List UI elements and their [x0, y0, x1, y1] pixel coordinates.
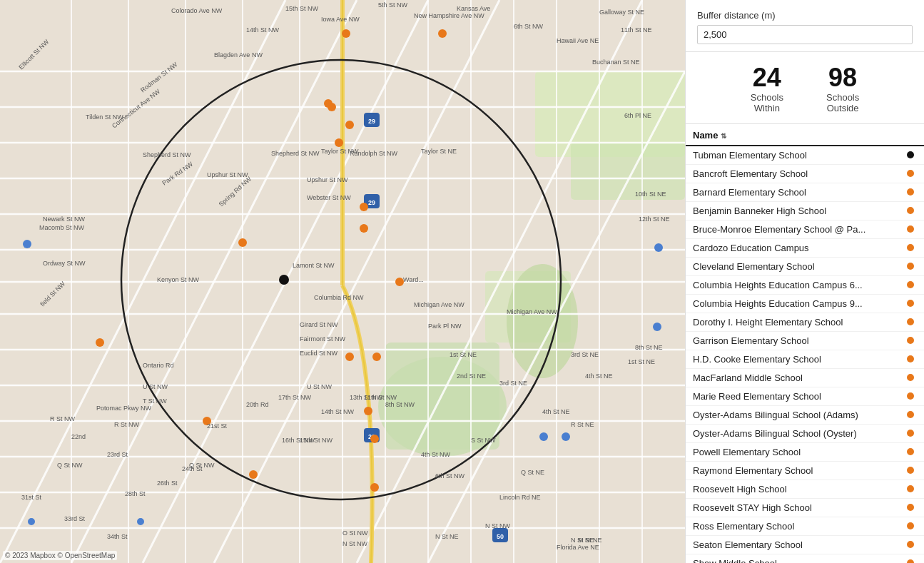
table-row[interactable]: Shaw Middle School [686, 554, 924, 564]
schools-table-container[interactable]: Name ⇅ Tubman Elementary SchoolBancroft … [686, 124, 924, 563]
schools-outside-label2: Outside [826, 103, 859, 113]
name-column-header[interactable]: Name ⇅ [686, 124, 900, 146]
school-name-cell: Roosevelt High School [686, 480, 900, 499]
svg-text:3rd St NE: 3rd St NE [499, 380, 527, 387]
table-row[interactable]: Roosevelt STAY High School [686, 499, 924, 517]
school-dot-cell [900, 295, 924, 313]
svg-point-63 [372, 352, 381, 361]
table-row[interactable]: Ross Elementary School [686, 517, 924, 536]
school-dot-cell [900, 369, 924, 387]
dot-column-header [900, 124, 924, 146]
table-row[interactable]: Bancroft Elementary School [686, 165, 924, 183]
orange-dot [907, 467, 914, 474]
svg-point-74 [562, 432, 570, 441]
svg-text:29: 29 [368, 118, 375, 125]
school-name-cell: Oyster-Adams Bilingual School (Adams) [686, 406, 900, 425]
svg-text:Park Pl NW: Park Pl NW [428, 323, 462, 330]
table-row[interactable]: H.D. Cooke Elementary School [686, 350, 924, 369]
svg-text:Q St NW: Q St NW [57, 462, 83, 469]
table-row[interactable]: Marie Reed Elementary School [686, 387, 924, 406]
table-row[interactable]: MacFarland Middle School [686, 369, 924, 387]
svg-text:Q St NE: Q St NE [521, 469, 544, 476]
svg-text:R St NW: R St NW [50, 415, 76, 422]
table-row[interactable]: Raymond Elementary School [686, 462, 924, 480]
svg-text:33rd St: 33rd St [64, 515, 86, 522]
orange-dot [907, 337, 914, 344]
svg-point-73 [539, 432, 548, 441]
svg-text:Euclid St NW: Euclid St NW [300, 350, 338, 357]
svg-text:23rd St: 23rd St [107, 451, 128, 458]
table-row[interactable]: Dorothy I. Height Elementary School [686, 313, 924, 332]
table-row[interactable]: Cardozo Education Campus [686, 239, 924, 258]
svg-text:6th Pl NE: 6th Pl NE [624, 112, 651, 119]
school-dot-cell [900, 536, 924, 554]
sort-icon[interactable]: ⇅ [721, 132, 726, 140]
svg-text:M St NE: M St NE [578, 537, 602, 544]
svg-text:11th St NE: 11th St NE [621, 26, 652, 34]
school-dot-cell [900, 146, 924, 165]
orange-dot [907, 559, 914, 563]
school-name-cell: Cardozo Education Campus [686, 239, 900, 258]
svg-text:New Hampshire Ave NW: New Hampshire Ave NW [414, 12, 484, 19]
svg-point-53 [335, 138, 343, 147]
table-row[interactable]: Powell Elementary School [686, 443, 924, 462]
svg-text:6th St NW: 6th St NW [514, 23, 544, 30]
svg-text:10th St NE: 10th St NE [635, 191, 666, 198]
map-container[interactable]: 29 29 29 50 [0, 0, 685, 563]
svg-point-66 [370, 483, 379, 492]
school-dot-cell [900, 183, 924, 202]
school-dot-cell [900, 350, 924, 369]
svg-text:Shepherd St NW: Shepherd St NW [271, 150, 320, 157]
buffer-distance-label: Buffer distance (m) [697, 10, 913, 21]
table-row[interactable]: Roosevelt High School [686, 480, 924, 499]
table-row[interactable]: Oyster-Adams Bilingual School (Oyster) [686, 425, 924, 443]
table-row[interactable]: Columbia Heights Education Campus 9... [686, 295, 924, 313]
table-row[interactable]: Cleveland Elementary School [686, 258, 924, 276]
school-dot-cell [900, 499, 924, 517]
school-name-cell: Marie Reed Elementary School [686, 387, 900, 406]
svg-text:Potomac Pkwy NW: Potomac Pkwy NW [96, 405, 152, 412]
svg-text:U St NW: U St NW [307, 383, 332, 390]
svg-text:Upshur St NW: Upshur St NW [207, 171, 248, 178]
school-name-cell: Tubman Elementary School [686, 146, 900, 165]
table-row[interactable]: Tubman Elementary School [686, 146, 924, 165]
schools-within-label1: Schools [751, 92, 783, 103]
school-name-cell: Cleveland Elementary School [686, 258, 900, 276]
svg-text:U St NW: U St NW [143, 383, 168, 390]
school-name-cell: Bruce-Monroe Elementary School @ Pa... [686, 220, 900, 239]
buffer-distance-input[interactable] [697, 25, 913, 44]
svg-point-65 [370, 435, 379, 443]
table-row[interactable]: Seaton Elementary School [686, 536, 924, 554]
svg-text:Taylor St NW: Taylor St NW [321, 148, 359, 155]
svg-text:8th St NE: 8th St NE [635, 344, 663, 351]
school-dot-cell [900, 202, 924, 220]
school-dot-cell [900, 425, 924, 443]
svg-text:O St NW: O St NW [342, 529, 368, 537]
svg-point-67 [96, 338, 104, 347]
table-row[interactable]: Barnard Elementary School [686, 183, 924, 202]
svg-text:Michigan Ave NW: Michigan Ave NW [414, 301, 464, 308]
school-name-cell: Columbia Heights Education Campus 9... [686, 295, 900, 313]
school-dot-cell [900, 313, 924, 332]
table-row[interactable]: Bruce-Monroe Elementary School @ Pa... [686, 220, 924, 239]
svg-text:24th St: 24th St [182, 465, 203, 472]
orange-dot [907, 392, 914, 400]
orange-dot [907, 188, 914, 196]
table-row[interactable]: Garrison Elementary School [686, 332, 924, 350]
table-row[interactable]: Columbia Heights Education Campus 6... [686, 276, 924, 295]
school-name-cell: Powell Elementary School [686, 443, 900, 462]
table-row[interactable]: Benjamin Banneker High School [686, 202, 924, 220]
sidebar: Buffer distance (m) 24 Schools Within 98… [685, 0, 924, 563]
svg-text:14th St NW: 14th St NW [321, 408, 355, 415]
orange-dot [907, 541, 914, 548]
orange-dot [907, 485, 914, 492]
svg-text:Galloway St NE: Galloway St NE [599, 9, 644, 16]
svg-text:R St NE: R St NE [571, 421, 594, 428]
svg-text:12th St NE: 12th St NE [639, 215, 670, 223]
school-name-cell: MacFarland Middle School [686, 369, 900, 387]
svg-text:Michigan Ave NW: Michigan Ave NW [507, 308, 557, 315]
schools-table: Name ⇅ Tubman Elementary SchoolBancroft … [686, 124, 924, 563]
svg-point-70 [23, 240, 31, 248]
table-row[interactable]: Oyster-Adams Bilingual School (Adams) [686, 406, 924, 425]
svg-text:4th St NE: 4th St NE [585, 372, 613, 380]
